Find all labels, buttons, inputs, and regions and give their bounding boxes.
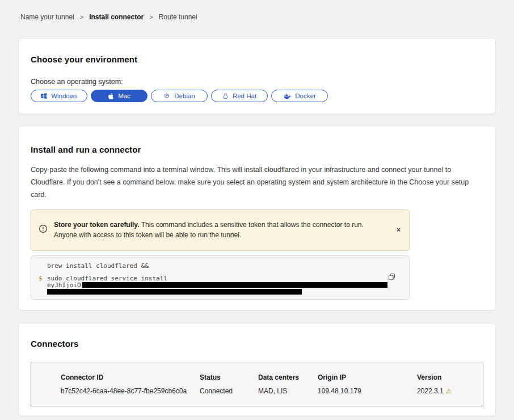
info-icon: [39, 224, 48, 236]
cell-version: 2022.3.1 ⚠: [417, 387, 483, 395]
breadcrumb-separator: >: [80, 14, 83, 20]
redacted-token-bar: [47, 289, 302, 295]
os-button-label: Debian: [174, 93, 195, 99]
docker-whale-icon: [283, 93, 291, 99]
os-button-mac[interactable]: Mac: [91, 90, 148, 102]
choose-environment-card: Choose your environment Choose an operat…: [18, 38, 496, 114]
breadcrumb-step-route-tunnel[interactable]: Route tunnel: [159, 13, 197, 21]
column-header-data-centers: Data centers: [258, 373, 318, 381]
token-warning-title: Store your token carefully.: [54, 221, 140, 229]
os-button-group: Windows Mac Debian Red Hat Docker: [31, 90, 483, 102]
redacted-token-bar: [82, 282, 387, 288]
breadcrumb-step-name-your-tunnel[interactable]: Name your tunnel: [20, 13, 74, 21]
command-line-1: brew install cloudflared &&: [47, 263, 393, 269]
token-warning-text: Store your token carefully. This command…: [54, 220, 387, 241]
connectors-table: Connector ID Status Data centers Origin …: [31, 363, 483, 406]
command-line-2: sudo cloudflared service install: [47, 275, 393, 282]
apple-icon: [108, 93, 114, 100]
install-card-title: Install and run a connector: [31, 145, 483, 154]
environment-card-title: Choose your environment: [31, 55, 483, 64]
os-select-label: Choose an operating system:: [31, 78, 483, 86]
column-header-status: Status: [200, 373, 258, 381]
os-button-label: Docker: [295, 93, 315, 99]
cell-data-centers: MAD, LIS: [258, 387, 318, 395]
install-card-description: Copy-paste the following command into a …: [31, 164, 483, 201]
cell-status: Connected: [200, 387, 258, 395]
token-prefix: eyJhIjoiO: [47, 282, 81, 289]
debian-icon: [163, 93, 170, 99]
warning-icon: ⚠: [446, 388, 452, 394]
connectors-card: Connectors Connector ID Status Data cent…: [18, 323, 496, 416]
os-button-windows[interactable]: Windows: [31, 90, 87, 102]
column-header-version: Version: [417, 373, 483, 381]
os-button-label: Mac: [118, 93, 130, 99]
cell-connector-id: b7c52c42-6caa-48ee-8c77-fbe259cb6c0a: [61, 387, 200, 395]
column-header-connector-id: Connector ID: [61, 373, 200, 381]
token-line: eyJhIjoiO: [47, 282, 393, 288]
install-connector-card: Install and run a connector Copy-paste t…: [18, 126, 496, 310]
breadcrumb: Name your tunnel > Install connector > R…: [0, 0, 514, 21]
os-button-label: Windows: [51, 93, 78, 99]
copy-icon[interactable]: [387, 272, 396, 281]
os-button-docker[interactable]: Docker: [271, 90, 328, 102]
os-button-redhat[interactable]: Red Hat: [211, 90, 268, 102]
os-button-debian[interactable]: Debian: [151, 90, 208, 102]
windows-icon: [40, 93, 47, 99]
cell-origin-ip: 109.48.10.179: [318, 387, 417, 395]
version-value: 2022.3.1: [417, 387, 444, 395]
tux-icon: [222, 93, 229, 100]
install-command-codeblock: $ brew install cloudflared && sudo cloud…: [31, 255, 410, 300]
os-button-label: Red Hat: [233, 93, 256, 99]
token-warning-banner: Store your token carefully. This command…: [31, 209, 410, 251]
breadcrumb-separator: >: [149, 14, 153, 20]
column-header-origin-ip: Origin IP: [318, 373, 417, 381]
connectors-card-title: Connectors: [31, 339, 483, 348]
close-icon[interactable]: ×: [394, 226, 403, 233]
breadcrumb-step-install-connector[interactable]: Install connector: [89, 13, 144, 21]
shell-prompt: $: [39, 275, 43, 282]
